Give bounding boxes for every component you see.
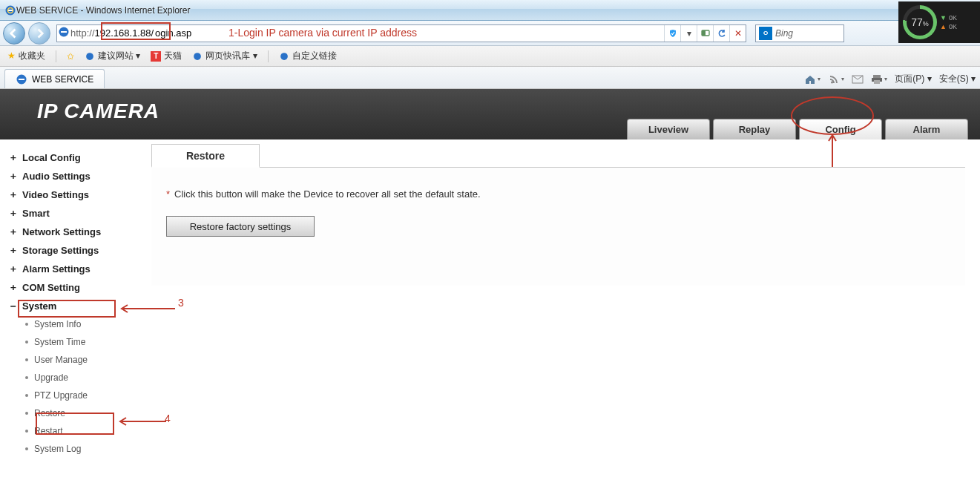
sidebar-item-video-settings[interactable]: +Video Settings — [10, 185, 148, 204]
url-scheme: http:// — [70, 27, 95, 39]
page-content: IP CAMERA Liveview Replay Config Alarm +… — [0, 89, 980, 483]
read-mail-button[interactable] — [852, 73, 864, 85]
subitem-restore[interactable]: Restore — [25, 404, 148, 422]
subitem-restart[interactable]: Restart — [25, 422, 148, 440]
tab-config[interactable]: Config — [799, 119, 882, 139]
content-tab-restore[interactable]: Restore — [151, 144, 260, 168]
window-title: WEB SERVICE - Windows Internet Explorer — [16, 5, 191, 16]
ie-icon — [192, 51, 203, 62]
upload-icon: ▲ — [940, 23, 947, 30]
separator — [268, 50, 269, 62]
ie-icon — [16, 73, 27, 85]
download-value: 0K — [949, 14, 957, 22]
sidebar-item-com-setting[interactable]: +COM Setting — [10, 278, 148, 297]
restore-factory-button[interactable]: Restore factory settings — [166, 216, 315, 237]
address-bar[interactable]: http:// 192.168.1.88/ ▾ ✕ — [56, 24, 746, 42]
web-slices-link[interactable]: 网页快讯库 ▾ — [192, 50, 257, 62]
shield-icon[interactable] — [664, 25, 680, 42]
refresh-icon[interactable] — [713, 25, 729, 42]
tmall-icon: T — [151, 51, 161, 62]
add-favorite-icon[interactable]: ✩ — [67, 51, 74, 62]
feeds-button[interactable]: ▾ — [828, 73, 844, 85]
tmall-link[interactable]: T天猫 — [151, 50, 182, 62]
svg-rect-4 — [702, 30, 706, 36]
star-icon: ★ — [7, 50, 16, 61]
command-bar: ▾ ▾ ▾ 页面(P) ▾ 安全(S) ▾ — [804, 73, 976, 88]
tab-replay[interactable]: Replay — [713, 119, 796, 139]
svg-point-7 — [280, 53, 288, 60]
address-dropdown-icon[interactable]: ▾ — [680, 25, 697, 42]
favorites-bar: ★收藏夹 ✩ 建议网站 ▾ T天猫 网页快讯库 ▾ 自定义链接 — [0, 46, 980, 67]
config-sidebar: +Local Config +Audio Settings +Video Set… — [0, 139, 148, 483]
ie-icon — [85, 51, 95, 62]
back-button[interactable] — [3, 22, 25, 45]
custom-links-link[interactable]: 自定义链接 — [279, 50, 337, 62]
sidebar-item-storage-settings[interactable]: +Storage Settings — [10, 241, 148, 260]
search-provider-label: Bing — [775, 28, 793, 39]
sidebar-item-audio-settings[interactable]: +Audio Settings — [10, 167, 148, 185]
window-titlebar: WEB SERVICE - Windows Internet Explorer — [0, 0, 980, 21]
tab-liveview[interactable]: Liveview — [627, 119, 710, 139]
compat-view-icon[interactable] — [697, 25, 713, 42]
sidebar-item-alarm-settings[interactable]: +Alarm Settings — [10, 260, 148, 278]
ie-icon — [279, 51, 289, 62]
suggested-sites-link[interactable]: 建议网站 ▾ — [85, 50, 140, 62]
percent-ring: 77% — [903, 5, 937, 39]
main-tabs: Liveview Replay Config Alarm — [627, 119, 980, 139]
tab-title: WEB SERVICE — [32, 74, 93, 85]
content-area: Restore *Click this button will make the… — [148, 139, 980, 483]
sidebar-item-local-config[interactable]: +Local Config — [10, 148, 148, 167]
bing-icon: O — [759, 27, 772, 40]
brand-bar: IP CAMERA Liveview Replay Config Alarm — [0, 89, 980, 139]
sidebar-sublist-system: System Info System Time User Manage Upgr… — [25, 315, 148, 458]
subitem-user-manage[interactable]: User Manage — [25, 351, 148, 369]
download-icon: ▼ — [940, 14, 947, 22]
print-button[interactable]: ▾ — [871, 73, 887, 85]
system-monitor-badge: 77% ▼0K ▲0K — [898, 1, 980, 43]
safety-menu[interactable]: 安全(S) ▾ — [939, 73, 976, 85]
forward-button[interactable] — [28, 22, 50, 45]
percent-suffix: % — [923, 20, 929, 27]
browser-tab[interactable]: WEB SERVICE — [4, 69, 105, 88]
svg-point-5 — [86, 53, 93, 60]
svg-rect-10 — [873, 75, 881, 78]
tab-bar: WEB SERVICE ▾ ▾ ▾ 页面(P) ▾ 安全(S) ▾ — [0, 67, 980, 89]
svg-rect-12 — [874, 80, 880, 84]
svg-point-6 — [194, 53, 201, 60]
percent-value: 77 — [911, 16, 923, 28]
subitem-ptz-upgrade[interactable]: PTZ Upgrade — [25, 387, 148, 404]
sidebar-item-network-settings[interactable]: +Network Settings — [10, 223, 148, 241]
page-menu[interactable]: 页面(P) ▾ — [895, 73, 931, 85]
separator — [56, 50, 56, 62]
page-icon — [57, 26, 70, 40]
upload-value: 0K — [949, 23, 957, 30]
sidebar-item-system[interactable]: −System — [10, 297, 148, 315]
address-tools: ▾ ✕ — [664, 25, 746, 42]
stop-icon[interactable]: ✕ — [729, 25, 746, 42]
brand-title: IP CAMERA — [37, 99, 160, 123]
search-box[interactable]: O Bing — [755, 24, 844, 42]
subitem-upgrade[interactable]: Upgrade — [25, 369, 148, 387]
subitem-system-log[interactable]: System Log — [25, 440, 148, 458]
favorites-label[interactable]: ★收藏夹 — [7, 50, 45, 62]
address-input[interactable] — [154, 25, 664, 42]
ie-icon — [4, 4, 16, 16]
sidebar-item-smart[interactable]: +Smart — [10, 204, 148, 223]
url-host: 192.168.1.88/ — [95, 27, 154, 39]
subitem-system-info[interactable]: System Info — [25, 315, 148, 333]
tab-alarm[interactable]: Alarm — [885, 119, 968, 139]
nav-toolbar: http:// 192.168.1.88/ ▾ ✕ O Bing — [0, 21, 980, 46]
home-button[interactable]: ▾ — [804, 73, 820, 85]
hint-text: *Click this button will make the Device … — [166, 188, 950, 200]
subitem-system-time[interactable]: System Time — [25, 333, 148, 351]
